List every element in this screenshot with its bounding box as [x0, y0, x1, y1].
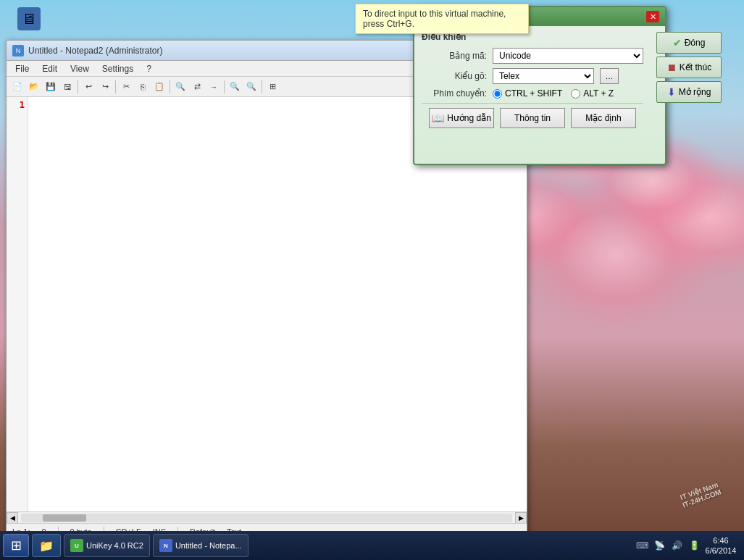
mac-dinh-button[interactable]: Mặc định: [571, 108, 636, 128]
radio-ctrl-shift-label: CTRL + SHIFT: [505, 88, 562, 99]
unikey-content: Điều khiển Bảng mã: Unicode TCVN3 VNI Ki…: [414, 26, 665, 164]
radio-ctrl-shift-input[interactable]: [493, 89, 502, 99]
new-button[interactable]: 📄: [9, 79, 25, 95]
watermark: IT Việt NamIT-24H.COM: [650, 453, 744, 537]
zoom-out-button[interactable]: 🔍: [243, 79, 259, 95]
dong-label: Đóng: [685, 38, 706, 48]
mo-rong-label: Mở rộng: [679, 87, 711, 97]
bang-ma-row: Bảng mã: Unicode TCVN3 VNI: [422, 48, 643, 64]
taskbar-unikey-label: UniKey 4.0 RC2: [86, 541, 143, 550]
phim-chuyen-label: Phím chuyển:: [422, 88, 487, 99]
scroll-left-button[interactable]: ◀: [7, 512, 18, 524]
taskbar: ⊞ 📁 U UniKey 4.0 RC2 N Untitled - Notepa…: [0, 531, 744, 560]
watermark-text: IT Việt NamIT-24H.COM: [679, 480, 722, 509]
save-as-button[interactable]: 🖫: [59, 79, 75, 95]
desktop: 🖥 N Untitled - Notepad2 (Administrator) …: [0, 0, 744, 560]
kieu-go-select[interactable]: Telex VNI VIQR: [493, 68, 594, 84]
tray-time: 6:46: [705, 535, 737, 546]
notepad-title: Untitled - Notepad2 (Administrator): [28, 46, 162, 56]
horizontal-scrollbar[interactable]: ◀ ▶: [7, 511, 527, 523]
line-numbers: 1: [7, 97, 28, 511]
system-tray: ⌨ 📡 🔊 🔋 6:46 6/6/2014: [631, 531, 741, 560]
taskbar-pinned-explorer[interactable]: 📁: [32, 534, 61, 557]
dong-icon: ✔: [673, 37, 682, 49]
ket-thuc-button[interactable]: ⏹ Kết thúc: [656, 57, 722, 78]
tray-keyboard-icon[interactable]: ⌨: [635, 539, 648, 552]
tray-volume-icon[interactable]: 🔊: [670, 539, 683, 552]
replace-button[interactable]: ⇄: [189, 79, 205, 95]
menu-view[interactable]: View: [64, 62, 95, 75]
kieu-go-more-button[interactable]: …: [600, 68, 619, 84]
line-number-1: 1: [9, 100, 25, 110]
radio-alt-z[interactable]: ALT + Z: [571, 88, 614, 99]
kieu-go-row: Kiểu gõ: Telex VNI VIQR …: [422, 68, 643, 84]
open-button[interactable]: 📂: [26, 79, 42, 95]
tray-network-icon[interactable]: 📡: [653, 539, 666, 552]
radio-alt-z-label: ALT + Z: [583, 88, 614, 99]
cut-button[interactable]: ✂: [118, 79, 134, 95]
mo-rong-icon: ⬇: [667, 86, 676, 98]
taskbar-unikey[interactable]: U UniKey 4.0 RC2: [64, 534, 150, 557]
menu-help[interactable]: ?: [141, 62, 157, 75]
bang-ma-label: Bảng mã:: [422, 51, 487, 61]
menu-edit[interactable]: Edit: [36, 62, 63, 75]
menu-file[interactable]: File: [9, 62, 35, 75]
notepad-taskbar-icon: N: [159, 539, 172, 552]
tray-battery-icon[interactable]: 🔋: [687, 539, 701, 552]
unikey-close-button[interactable]: ✕: [646, 11, 659, 22]
start-icon: ⊞: [11, 538, 22, 553]
huong-dan-button[interactable]: 📖 Hướng dẫn: [429, 108, 494, 128]
tooltip: To direct input to this virtual machine,…: [355, 4, 529, 34]
scroll-thumb[interactable]: [43, 514, 86, 522]
copy-button[interactable]: ⎘: [135, 79, 151, 95]
taskbar-notepad[interactable]: N Untitled - Notepa...: [153, 534, 248, 557]
radio-ctrl-shift[interactable]: CTRL + SHIFT: [493, 88, 562, 99]
redo-button[interactable]: ↪: [97, 79, 113, 95]
scroll-track[interactable]: [21, 514, 512, 522]
goto-button[interactable]: →: [206, 79, 222, 95]
ket-thuc-icon: ⏹: [666, 62, 677, 73]
toolbar-separator-4: [224, 80, 225, 93]
unikey-main-area: Điều khiển Bảng mã: Unicode TCVN3 VNI Ki…: [414, 26, 651, 164]
phim-chuyen-row: Phím chuyển: CTRL + SHIFT ALT + Z: [422, 88, 643, 99]
unikey-bottom-buttons: 📖 Hướng dẫn Thông tin Mặc định: [422, 103, 643, 133]
dong-button[interactable]: ✔ Đóng: [656, 32, 722, 54]
tooltip-text: To direct input to this virtual machine,…: [363, 9, 506, 29]
more-button[interactable]: ⊞: [264, 79, 280, 95]
radio-alt-z-input[interactable]: [571, 89, 580, 99]
start-button[interactable]: ⊞: [3, 534, 29, 557]
toolbar-separator-3: [170, 80, 170, 93]
desktop-icon-computer[interactable]: 🖥: [7, 7, 51, 32]
unikey-right-buttons: ✔ Đóng ⏹ Kết thúc ⬇ Mở rộng: [651, 26, 727, 164]
ket-thuc-label: Kết thúc: [680, 62, 711, 72]
bang-ma-select[interactable]: Unicode TCVN3 VNI: [493, 48, 643, 64]
toolbar-separator-5: [262, 80, 262, 93]
toolbar-separator-2: [115, 80, 116, 93]
tray-date: 6/6/2014: [705, 546, 737, 556]
undo-button[interactable]: ↩: [80, 79, 96, 95]
mo-rong-button[interactable]: ⬇ Mở rộng: [656, 81, 722, 103]
mac-dinh-label: Mặc định: [585, 113, 621, 123]
paste-button[interactable]: 📋: [151, 79, 167, 95]
menu-settings[interactable]: Settings: [96, 62, 139, 75]
notepad-app-icon: N: [12, 45, 24, 57]
huong-dan-icon: 📖: [432, 112, 444, 124]
kieu-go-label: Kiểu gõ:: [422, 71, 487, 81]
phim-chuyen-radio-group: CTRL + SHIFT ALT + Z: [493, 88, 614, 99]
toolbar-separator-1: [78, 80, 78, 93]
explorer-icon: 📁: [39, 539, 54, 553]
huong-dan-label: Hướng dẫn: [447, 113, 491, 123]
zoom-in-button[interactable]: 🔍: [227, 79, 243, 95]
taskbar-notepad-label: Untitled - Notepa...: [175, 541, 242, 550]
notepad-title-left: N Untitled - Notepad2 (Administrator): [12, 45, 162, 57]
thong-tin-label: Thông tin: [514, 113, 551, 123]
thong-tin-button[interactable]: Thông tin: [500, 108, 565, 128]
save-button[interactable]: 💾: [43, 79, 59, 95]
scroll-right-button[interactable]: ▶: [515, 512, 527, 524]
unikey-taskbar-icon: U: [70, 539, 83, 552]
find-button[interactable]: 🔍: [172, 79, 188, 95]
tray-clock[interactable]: 6:46 6/6/2014: [705, 535, 737, 556]
